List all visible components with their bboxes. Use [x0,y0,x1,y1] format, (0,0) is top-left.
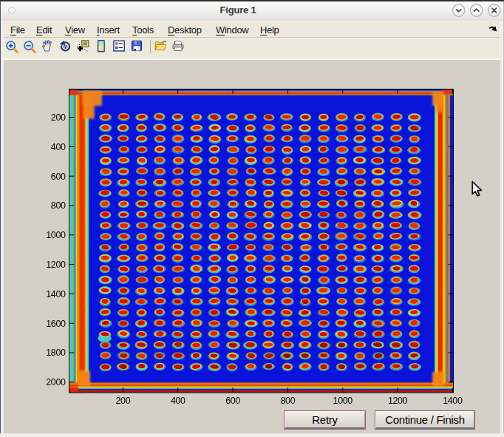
svg-text:600: 600 [51,172,66,182]
svg-text:400: 400 [171,396,185,406]
svg-text:400: 400 [51,142,66,152]
svg-text:1000: 1000 [333,396,353,406]
svg-text:1000: 1000 [46,230,66,240]
svg-text:1200: 1200 [46,260,66,270]
svg-text:2000: 2000 [46,377,66,387]
svg-text:800: 800 [51,200,66,211]
svg-text:200: 200 [51,112,66,123]
svg-text:800: 800 [281,396,296,406]
svg-text:1600: 1600 [46,319,66,329]
svg-text:1200: 1200 [388,396,408,406]
svg-text:600: 600 [225,396,240,406]
svg-text:1400: 1400 [443,396,463,406]
svg-text:1800: 1800 [46,348,66,358]
svg-text:200: 200 [116,396,131,406]
svg-text:1400: 1400 [46,289,66,299]
